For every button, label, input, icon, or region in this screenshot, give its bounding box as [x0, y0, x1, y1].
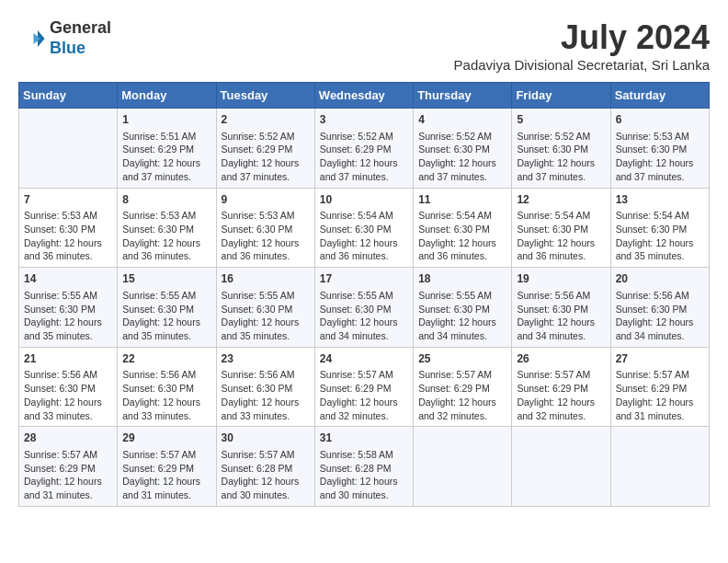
day-number: 19	[517, 271, 605, 287]
day-number: 14	[24, 271, 112, 287]
day-cell: 27Sunrise: 5:57 AM Sunset: 6:29 PM Dayli…	[610, 347, 709, 427]
day-number: 17	[320, 271, 408, 287]
subtitle: Padaviya Divisional Secretariat, Sri Lan…	[454, 57, 710, 73]
day-number: 16	[222, 271, 310, 287]
logo-icon	[18, 25, 46, 52]
day-cell: 17Sunrise: 5:55 AM Sunset: 6:30 PM Dayli…	[314, 268, 413, 348]
day-info: Sunrise: 5:56 AM Sunset: 6:30 PM Dayligh…	[517, 289, 605, 343]
day-info: Sunrise: 5:55 AM Sunset: 6:30 PM Dayligh…	[418, 289, 506, 343]
day-number: 20	[616, 271, 704, 287]
day-cell: 25Sunrise: 5:57 AM Sunset: 6:29 PM Dayli…	[414, 347, 512, 427]
day-cell: 24Sunrise: 5:57 AM Sunset: 6:29 PM Dayli…	[314, 347, 413, 427]
title-block: July 2024 Padaviya Divisional Secretaria…	[454, 18, 710, 73]
header-cell-sunday: Sunday	[19, 83, 118, 109]
day-info: Sunrise: 5:55 AM Sunset: 6:30 PM Dayligh…	[24, 289, 112, 343]
day-cell: 7Sunrise: 5:53 AM Sunset: 6:30 PM Daylig…	[19, 188, 118, 268]
day-number: 22	[122, 351, 210, 367]
header-cell-tuesday: Tuesday	[216, 83, 314, 109]
day-cell: 8Sunrise: 5:53 AM Sunset: 6:30 PM Daylig…	[118, 188, 216, 268]
logo: General Blue	[18, 18, 111, 58]
day-info: Sunrise: 5:53 AM Sunset: 6:30 PM Dayligh…	[616, 130, 704, 184]
day-number: 9	[222, 192, 310, 208]
day-cell	[414, 427, 512, 507]
day-info: Sunrise: 5:58 AM Sunset: 6:28 PM Dayligh…	[320, 448, 408, 502]
day-cell	[610, 427, 709, 507]
day-cell: 15Sunrise: 5:55 AM Sunset: 6:30 PM Dayli…	[118, 268, 216, 348]
day-cell: 26Sunrise: 5:57 AM Sunset: 6:29 PM Dayli…	[512, 347, 610, 427]
day-number: 29	[122, 431, 210, 446]
day-number: 11	[418, 192, 506, 208]
day-number: 4	[418, 112, 506, 128]
day-info: Sunrise: 5:52 AM Sunset: 6:30 PM Dayligh…	[517, 130, 605, 184]
day-cell: 18Sunrise: 5:55 AM Sunset: 6:30 PM Dayli…	[414, 268, 512, 348]
day-cell: 21Sunrise: 5:56 AM Sunset: 6:30 PM Dayli…	[19, 347, 118, 427]
week-row-2: 7Sunrise: 5:53 AM Sunset: 6:30 PM Daylig…	[19, 188, 710, 268]
day-cell: 2Sunrise: 5:52 AM Sunset: 6:29 PM Daylig…	[216, 109, 314, 189]
day-cell: 29Sunrise: 5:57 AM Sunset: 6:29 PM Dayli…	[118, 427, 216, 507]
day-info: Sunrise: 5:53 AM Sunset: 6:30 PM Dayligh…	[24, 209, 112, 263]
week-row-3: 14Sunrise: 5:55 AM Sunset: 6:30 PM Dayli…	[19, 268, 710, 348]
day-number: 18	[418, 271, 506, 287]
header-cell-wednesday: Wednesday	[314, 83, 413, 109]
day-cell: 23Sunrise: 5:56 AM Sunset: 6:30 PM Dayli…	[216, 347, 314, 427]
day-number: 27	[616, 351, 704, 367]
day-cell: 1Sunrise: 5:51 AM Sunset: 6:29 PM Daylig…	[118, 109, 216, 189]
day-number: 28	[24, 431, 112, 446]
day-cell: 5Sunrise: 5:52 AM Sunset: 6:30 PM Daylig…	[512, 109, 610, 189]
day-cell	[512, 427, 610, 507]
day-info: Sunrise: 5:56 AM Sunset: 6:30 PM Dayligh…	[222, 368, 310, 422]
day-cell: 10Sunrise: 5:54 AM Sunset: 6:30 PM Dayli…	[314, 188, 413, 268]
day-number: 26	[517, 351, 605, 367]
day-cell: 12Sunrise: 5:54 AM Sunset: 6:30 PM Dayli…	[512, 188, 610, 268]
header-cell-saturday: Saturday	[610, 83, 709, 109]
week-row-5: 28Sunrise: 5:57 AM Sunset: 6:29 PM Dayli…	[19, 427, 710, 507]
day-number: 6	[616, 112, 704, 128]
week-row-1: 1Sunrise: 5:51 AM Sunset: 6:29 PM Daylig…	[19, 109, 710, 189]
day-info: Sunrise: 5:53 AM Sunset: 6:30 PM Dayligh…	[122, 209, 210, 263]
logo-text: General Blue	[50, 18, 111, 58]
day-cell: 16Sunrise: 5:55 AM Sunset: 6:30 PM Dayli…	[216, 268, 314, 348]
day-info: Sunrise: 5:57 AM Sunset: 6:29 PM Dayligh…	[517, 368, 605, 422]
day-info: Sunrise: 5:55 AM Sunset: 6:30 PM Dayligh…	[320, 289, 408, 343]
day-cell: 31Sunrise: 5:58 AM Sunset: 6:28 PM Dayli…	[314, 427, 413, 507]
day-number: 24	[320, 351, 408, 367]
main-title: July 2024	[454, 18, 710, 57]
day-info: Sunrise: 5:53 AM Sunset: 6:30 PM Dayligh…	[222, 209, 310, 263]
day-number: 10	[320, 192, 408, 208]
day-cell: 30Sunrise: 5:57 AM Sunset: 6:28 PM Dayli…	[216, 427, 314, 507]
day-info: Sunrise: 5:54 AM Sunset: 6:30 PM Dayligh…	[517, 209, 605, 263]
day-number: 13	[616, 192, 704, 208]
calendar-body: 1Sunrise: 5:51 AM Sunset: 6:29 PM Daylig…	[19, 109, 710, 507]
day-info: Sunrise: 5:57 AM Sunset: 6:29 PM Dayligh…	[24, 448, 112, 502]
page-header: General Blue July 2024 Padaviya Division…	[18, 18, 710, 73]
day-info: Sunrise: 5:55 AM Sunset: 6:30 PM Dayligh…	[222, 289, 310, 343]
day-info: Sunrise: 5:56 AM Sunset: 6:30 PM Dayligh…	[24, 368, 112, 422]
calendar-table: SundayMondayTuesdayWednesdayThursdayFrid…	[18, 82, 710, 507]
day-cell: 11Sunrise: 5:54 AM Sunset: 6:30 PM Dayli…	[414, 188, 512, 268]
day-info: Sunrise: 5:56 AM Sunset: 6:30 PM Dayligh…	[122, 368, 210, 422]
day-info: Sunrise: 5:57 AM Sunset: 6:28 PM Dayligh…	[222, 448, 310, 502]
header-row: SundayMondayTuesdayWednesdayThursdayFrid…	[19, 83, 710, 109]
day-cell: 4Sunrise: 5:52 AM Sunset: 6:30 PM Daylig…	[414, 109, 512, 189]
day-cell: 13Sunrise: 5:54 AM Sunset: 6:30 PM Dayli…	[610, 188, 709, 268]
day-number: 3	[320, 112, 408, 128]
calendar-header: SundayMondayTuesdayWednesdayThursdayFrid…	[19, 83, 710, 109]
day-info: Sunrise: 5:57 AM Sunset: 6:29 PM Dayligh…	[122, 448, 210, 502]
header-cell-monday: Monday	[118, 83, 216, 109]
day-number: 2	[222, 112, 310, 128]
day-number: 21	[24, 351, 112, 367]
day-info: Sunrise: 5:51 AM Sunset: 6:29 PM Dayligh…	[122, 130, 210, 184]
header-cell-thursday: Thursday	[414, 83, 512, 109]
day-number: 15	[122, 271, 210, 287]
day-info: Sunrise: 5:52 AM Sunset: 6:29 PM Dayligh…	[320, 130, 408, 184]
day-number: 7	[24, 192, 112, 208]
day-info: Sunrise: 5:52 AM Sunset: 6:30 PM Dayligh…	[418, 130, 506, 184]
day-cell: 28Sunrise: 5:57 AM Sunset: 6:29 PM Dayli…	[19, 427, 118, 507]
day-cell: 20Sunrise: 5:56 AM Sunset: 6:30 PM Dayli…	[610, 268, 709, 348]
day-info: Sunrise: 5:54 AM Sunset: 6:30 PM Dayligh…	[418, 209, 506, 263]
day-info: Sunrise: 5:56 AM Sunset: 6:30 PM Dayligh…	[616, 289, 704, 343]
day-info: Sunrise: 5:55 AM Sunset: 6:30 PM Dayligh…	[122, 289, 210, 343]
day-number: 8	[122, 192, 210, 208]
day-cell	[19, 109, 118, 189]
day-number: 1	[122, 112, 210, 128]
